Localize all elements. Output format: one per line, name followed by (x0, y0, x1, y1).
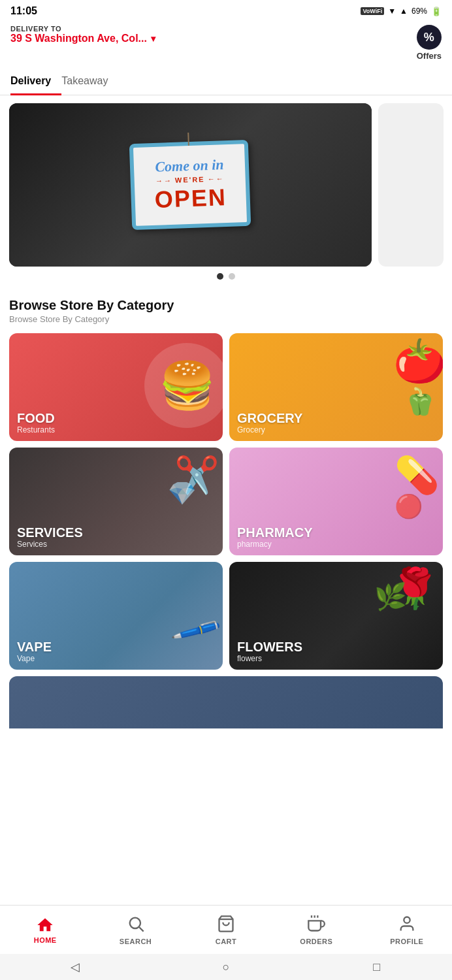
chevron-down-icon: ▾ (151, 33, 155, 44)
banner-track: Come on in →→ WE'RE ←← OPEN (0, 103, 452, 267)
flowers-name: FLOWERS (237, 640, 302, 654)
tabs-bar: Delivery Takeaway (0, 69, 452, 95)
open-sign: Come on in →→ WE'RE ←← OPEN (129, 140, 251, 230)
nav-label-profile: PROFILE (390, 938, 423, 945)
search-icon (127, 915, 145, 936)
delivery-label: DELIVERY TO (10, 25, 155, 33)
status-icons: VoWiFi ▼ ▲ 69% 🔋 (361, 7, 442, 16)
system-nav: ◁ ○ □ (0, 954, 452, 980)
wifi-signal-icon: ▼ (388, 7, 396, 16)
nav-label-cart: CART (216, 938, 237, 945)
carousel-dots (0, 273, 452, 282)
flowers-sub: flowers (237, 654, 302, 663)
battery-icon: 🔋 (431, 7, 442, 16)
home-button[interactable]: ○ (218, 959, 234, 975)
cart-icon (217, 915, 235, 936)
battery-label: 69% (412, 7, 427, 16)
category-card-flowers[interactable]: 🌹 🌿 FLOWERS flowers (229, 562, 443, 670)
offers-label: Offers (417, 51, 442, 61)
bottom-nav: HOME SEARCH CART (0, 905, 452, 954)
services-info: SERVICES Services (9, 519, 91, 555)
tab-delivery[interactable]: Delivery (10, 69, 61, 95)
vape-name: VAPE (17, 640, 52, 654)
flowers-info: FLOWERS flowers (229, 633, 310, 670)
profile-icon (398, 915, 416, 936)
category-section: Browse Store By Category Browse Store By… (0, 287, 452, 734)
orders-icon (307, 915, 325, 936)
grocery-info: GROCERY Grocery (229, 404, 310, 441)
dot-1 (217, 273, 223, 280)
pharmacy-info: PHARMACY pharmacy (229, 519, 321, 555)
sign-line3: OPEN (155, 184, 227, 214)
category-card-grocery[interactable]: 🍅🫑 GROCERY Grocery (229, 333, 443, 441)
grocery-sub: Grocery (237, 425, 302, 434)
banner-carousel: Come on in →→ WE'RE ←← OPEN (0, 95, 452, 287)
partial-category-card (9, 676, 443, 728)
category-card-food[interactable]: 🍔 FOOD Resturants (9, 333, 223, 441)
delivery-address[interactable]: 39 S Washington Ave, Col... ▾ (10, 33, 155, 44)
pharmacy-sub: pharmacy (237, 540, 313, 549)
svg-line-1 (139, 927, 143, 931)
nav-label-orders: ORDERS (300, 938, 332, 945)
category-card-vape[interactable]: 🖊️ VAPE Vape (9, 562, 223, 670)
section-title: Browse Store By Category (9, 298, 443, 313)
category-card-services[interactable]: ✂️ 💎 SERVICES Services (9, 448, 223, 555)
services-name: SERVICES (17, 525, 83, 540)
status-time: 11:05 (10, 5, 37, 17)
svg-point-0 (129, 917, 140, 928)
nav-item-search[interactable]: SEARCH (110, 915, 162, 945)
banner-image: Come on in →→ WE'RE ←← OPEN (9, 103, 372, 267)
signal-icon: ▲ (400, 7, 408, 16)
grocery-name: GROCERY (237, 411, 302, 425)
food-info: FOOD Resturants (9, 404, 63, 441)
nav-label-home: HOME (34, 936, 57, 944)
offers-icon: % (417, 25, 442, 50)
vape-sub: Vape (17, 654, 52, 663)
services-sub: Services (17, 540, 83, 549)
nav-item-cart[interactable]: CART (200, 915, 252, 945)
recents-button[interactable]: □ (369, 959, 385, 975)
vape-info: VAPE Vape (9, 633, 59, 670)
dot-2 (229, 273, 235, 280)
nav-item-profile[interactable]: PROFILE (381, 915, 433, 945)
food-sub: Resturants (17, 425, 55, 434)
back-button[interactable]: ◁ (67, 959, 83, 975)
category-grid: 🍔 FOOD Resturants 🍅🫑 GROCERY Grocery ✂️ (9, 333, 443, 670)
sign-line2: →→ WE'RE ←← (154, 174, 226, 185)
category-card-pharmacy[interactable]: 💊 🔴 PHARMACY pharmacy (229, 448, 443, 555)
svg-point-6 (404, 917, 410, 923)
offers-button[interactable]: % Offers (417, 25, 442, 61)
nav-label-search: SEARCH (120, 938, 152, 945)
nav-item-home[interactable]: HOME (19, 916, 71, 944)
banner-second (378, 103, 444, 267)
banner-main[interactable]: Come on in →→ WE'RE ←← OPEN (9, 103, 372, 267)
nav-item-orders[interactable]: ORDERS (290, 915, 342, 945)
section-subtitle: Browse Store By Category (9, 314, 443, 324)
tab-takeaway[interactable]: Takeaway (61, 69, 118, 95)
wifi-icon: VoWiFi (361, 7, 384, 15)
home-icon (36, 916, 54, 934)
delivery-section[interactable]: DELIVERY TO 39 S Washington Ave, Col... … (10, 25, 155, 44)
pharmacy-name: PHARMACY (237, 525, 313, 540)
food-name: FOOD (17, 411, 55, 425)
status-bar: 11:05 VoWiFi ▼ ▲ 69% 🔋 (0, 0, 452, 20)
sign-line1: Come on in (153, 156, 226, 176)
header: DELIVERY TO 39 S Washington Ave, Col... … (0, 20, 452, 69)
